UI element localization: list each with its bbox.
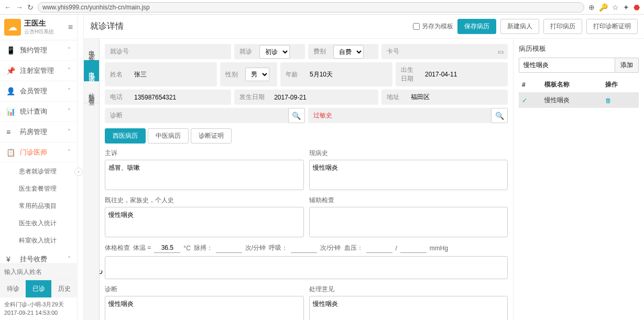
resp-input[interactable] [291,243,317,253]
diagnosis-input[interactable] [105,296,304,320]
addr-input[interactable] [407,91,508,104]
bp-dia-input[interactable] [400,243,427,253]
template-row[interactable]: ✓ 慢性咽炎 🗑 [519,93,639,108]
phone-input[interactable] [130,91,231,104]
save-record-button[interactable]: 保存病历 [457,19,496,34]
diag-input[interactable] [130,108,288,123]
card-input[interactable] [407,45,494,59]
present-illness-label: 现病史 [309,149,508,158]
url-input[interactable] [38,2,584,13]
list-icon: ≡ [6,128,16,136]
past-history-label: 既往史，家族史，个人史 [105,196,304,205]
extension-icon[interactable]: ✦ [623,3,629,12]
browser-address-bar: ← → ↻ ⊕ 🔑 ☆ ✦ ⬣ [0,0,644,15]
submenu-patient-visit[interactable]: 患者就诊管理 [0,163,77,180]
template-col-name: 模板名称 [541,77,602,93]
delete-template-icon[interactable]: 🗑 [605,97,612,104]
add-template-button[interactable]: 添加 [615,58,639,73]
menu-appointment[interactable]: 📱预约管理˄ [0,40,77,61]
aux-exam-input[interactable] [309,207,508,237]
pulse-unit: 次/分钟 [245,244,266,252]
tab-seen[interactable]: 已诊 [26,280,51,297]
treatment-input[interactable] [309,296,508,320]
submenu-doctor-package[interactable]: 医生套餐管理 [0,180,77,197]
vtab-prescription[interactable]: 电子处方 [84,39,99,60]
menu-pharmacy[interactable]: ≡药房管理˄ [0,122,77,142]
template-row-name: 慢性咽炎 [541,93,602,108]
vtab-medical-record[interactable]: 电子病历 [84,60,99,82]
age-input[interactable] [305,68,392,81]
menu-member[interactable]: 👤会员管理˄ [0,81,77,102]
submenu-common-drugs[interactable]: 常用药品项目 [0,197,77,215]
key-icon[interactable]: 🔑 [599,3,608,12]
tab-history[interactable]: 历史 [51,280,77,297]
visit-type-label: 就诊 [234,44,259,59]
gender-select[interactable]: 男 [245,68,269,81]
allergy-search-button[interactable]: 🔍 [491,108,508,123]
template-panel-title: 病历模板 [519,44,639,53]
template-name-input[interactable] [519,58,615,73]
shield-icon[interactable]: ⬣ [634,3,640,12]
menu-outpatient[interactable]: 📋门诊医师˅ [0,142,77,163]
allergy-input[interactable] [337,108,492,123]
submenu-doctor-income[interactable]: 医生收入统计 [0,215,77,232]
name-input[interactable] [130,68,217,81]
pulse-input[interactable] [216,243,242,253]
pulse-label: 脉搏： [194,244,213,252]
chevron-down-icon: ˅ [68,149,71,156]
forward-icon[interactable]: → [16,3,23,12]
template-col-num: # [519,77,541,93]
visit-no-label: 就诊号 [105,44,134,59]
print-record-button[interactable]: 打印病历 [543,19,582,34]
past-history-input[interactable] [105,207,304,237]
visit-type-select[interactable]: 初诊 [259,45,290,59]
diag-search-button[interactable]: 🔍 [288,108,305,123]
chief-complaint-input[interactable] [105,160,304,190]
save-as-template-checkbox[interactable]: 另存为模板 [413,22,453,31]
vitals-label: 体格检查 [105,244,130,252]
tab-diagnosis-cert[interactable]: 诊断证明 [191,128,232,144]
template-panel: 病历模板 添加 # 模板名称 操作 ✓ 慢性咽炎 🗑 [513,39,644,320]
vtab-examination[interactable]: 检验检查 [84,82,99,103]
card-label: 卡号 [381,44,407,59]
present-illness-input[interactable] [309,160,508,190]
submenu-dept-income[interactable]: 科室收入统计 [0,232,77,249]
age-label: 年龄 [280,67,305,82]
visit-no-input[interactable] [134,45,231,59]
chevron-up-icon: ˄ [68,108,71,115]
menu-stats[interactable]: 📊统计查询˄ [0,102,77,122]
print-diagnosis-button[interactable]: 打印诊断证明 [586,19,638,34]
reload-icon[interactable]: ↻ [27,3,34,12]
sidebar-collapse-handle[interactable]: ‹ [78,15,84,320]
star-icon[interactable]: ☆ [612,3,619,12]
tab-chinese-record[interactable]: 中医病历 [148,128,189,144]
pay-type-select[interactable]: 自费 [333,45,364,59]
allergy-label: 过敏史 [308,108,337,123]
temp-input[interactable] [154,243,180,253]
gender-label: 性别 [220,67,245,82]
bp-sep: / [396,245,397,252]
back-icon[interactable]: ← [4,3,12,12]
phone-label: 电话 [105,90,130,105]
tab-western-record[interactable]: 西医病历 [105,128,146,144]
birth-input[interactable] [421,68,508,81]
system-name: 云杏HIS系统 [24,28,68,36]
card-reader-icon[interactable]: ▭ [494,48,508,56]
pin-icon: 📌 [6,67,16,75]
template-col-action: 操作 [602,77,639,93]
chevron-left-icon: ‹ [74,168,83,176]
birth-label: 出生日期 [396,62,421,86]
bp-sys-input[interactable] [366,243,392,253]
physical-exam-input[interactable] [105,256,508,279]
onset-input[interactable] [270,91,378,104]
menu-injection[interactable]: 📌注射室管理˄ [0,61,77,81]
chevron-up-icon: ˄ [68,87,71,95]
appointment-info-line1: 全科门诊-小明-3月29天 [4,301,73,308]
compass-icon[interactable]: ⊕ [588,3,595,12]
patient-search-input[interactable] [0,264,87,280]
new-patient-button[interactable]: 新建病人 [500,19,539,34]
tab-waiting[interactable]: 待诊 [0,280,26,297]
diag-label: 诊断 [105,108,130,123]
menu-registration-fee[interactable]: ¥挂号收费˄ [0,249,77,263]
menu-toggle-icon[interactable]: ≡ [68,23,73,32]
